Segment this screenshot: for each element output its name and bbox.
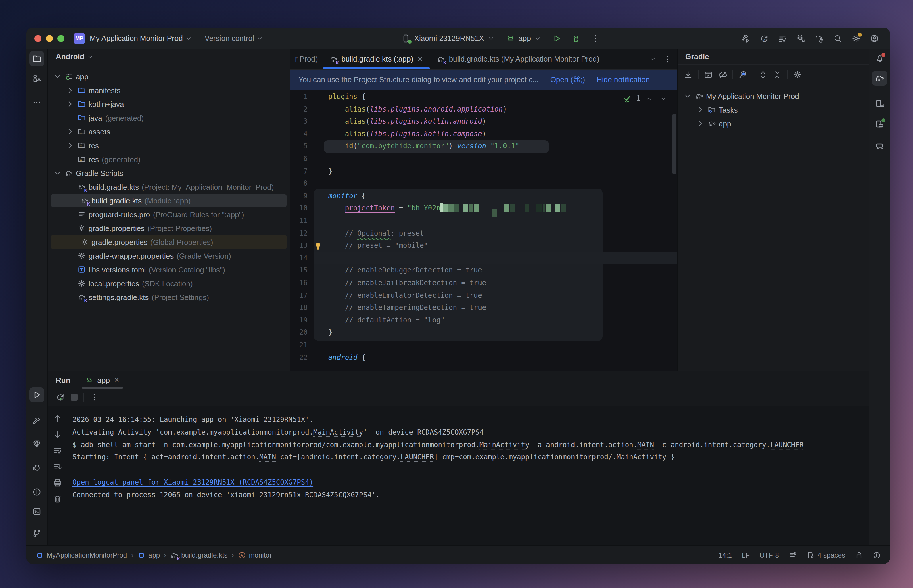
chevron-right-icon[interactable] (66, 127, 75, 136)
prev-problem-icon[interactable] (645, 95, 652, 102)
chevron-right-icon[interactable] (696, 105, 705, 115)
build-run-button[interactable] (738, 31, 753, 46)
vcs-widget[interactable]: Version control (205, 34, 263, 42)
attach-debugger-button[interactable] (793, 31, 808, 46)
run-tab-app[interactable]: app ✕ (83, 371, 122, 389)
notifications-tool-button[interactable] (872, 51, 887, 66)
tree-item-manifests[interactable]: manifests (48, 83, 290, 97)
terminal-tool-button[interactable] (29, 504, 44, 519)
event-log-widget[interactable] (873, 551, 881, 559)
version-control-tool-button[interactable] (29, 526, 44, 541)
search-everywhere-button[interactable] (830, 31, 845, 46)
project-view-selector[interactable]: Android (56, 52, 84, 61)
more-tool-windows-button[interactable] (29, 95, 44, 110)
chevron-right-icon[interactable] (696, 119, 705, 128)
encoding-widget[interactable]: UTF-8 (759, 551, 779, 559)
open-logcat-link[interactable]: Open logcat panel for Xiaomi 23129RN51X … (73, 478, 313, 486)
tree-item-local-properties[interactable]: local.properties(SDK Location) (48, 276, 290, 290)
tree-item-gradle-wrapper-properties[interactable]: gradle-wrapper.properties(Gradle Version… (48, 249, 290, 263)
tree-item-res[interactable]: res (48, 139, 290, 152)
tree-item-proguard-rules-pro[interactable]: proguard-rules.pro(ProGuard Rules for ":… (48, 207, 290, 221)
gemini-tool-button[interactable] (872, 139, 887, 153)
minimize-window-button[interactable] (46, 35, 53, 42)
tree-item-kotlin-java[interactable]: kotlin+java (48, 97, 290, 111)
kebab-menu-icon[interactable] (90, 393, 99, 402)
clear-console-icon[interactable] (53, 494, 62, 504)
tree-item-my-application-monitor-prod[interactable]: My Application Monitor Prod (678, 89, 869, 103)
soft-wrap-icon[interactable] (53, 446, 62, 455)
chevron-right-icon[interactable] (66, 86, 75, 95)
notification-open-link[interactable]: Open (⌘;) (550, 75, 585, 84)
run-configuration-selector[interactable]: app (503, 32, 545, 45)
tab-clipped[interactable]: r Prod) (290, 49, 322, 69)
breadcrumb-monitor[interactable]: monitor (238, 551, 272, 559)
next-problem-icon[interactable] (660, 95, 667, 102)
notification-hide-link[interactable]: Hide notification (596, 75, 650, 84)
run-tool-button[interactable] (29, 388, 44, 402)
tree-item-settings-gradle-kts[interactable]: settings.gradle.kts(Project Settings) (48, 290, 290, 304)
tree-item-gradle-properties[interactable]: gradle.properties(Project Properties) (48, 221, 290, 235)
indent-widget[interactable]: 4 spaces (806, 551, 845, 559)
gradle-settings-icon[interactable] (793, 70, 802, 79)
chevron-right-icon[interactable] (66, 99, 75, 109)
debug-button[interactable] (569, 31, 584, 46)
tree-item-res[interactable]: res(generated) (48, 152, 290, 166)
settings-button[interactable] (848, 31, 864, 46)
tree-item-app[interactable]: app (48, 69, 290, 83)
gradle-tool-button[interactable] (872, 71, 887, 86)
run-task-icon[interactable] (704, 70, 713, 79)
build-tool-button[interactable] (29, 414, 44, 429)
close-run-tab-icon[interactable]: ✕ (114, 376, 120, 384)
close-window-button[interactable] (34, 35, 41, 42)
gradle-sync-download-icon[interactable] (684, 70, 693, 79)
collapse-all-icon[interactable] (773, 70, 782, 79)
breadcrumb-app[interactable]: app (137, 551, 160, 559)
stop-icon[interactable] (71, 394, 78, 401)
close-tab-icon[interactable]: ✕ (417, 55, 423, 63)
more-run-actions-button[interactable] (588, 31, 603, 46)
tab-build-gradle-app[interactable]: build.gradle.kts (:app) ✕ (322, 49, 430, 69)
highlighting-level-widget[interactable] (789, 551, 797, 559)
caret-position-widget[interactable]: 14:1 (718, 551, 732, 559)
tree-item-gradle-properties[interactable]: gradle.properties(Global Properties) (50, 235, 287, 249)
editor-options-button[interactable] (660, 52, 675, 66)
logcat-tool-button[interactable] (29, 461, 44, 476)
running-devices-tool-button[interactable] (872, 117, 887, 132)
tree-item-libs-versions-toml[interactable]: libs.versions.toml(Version Catalog "libs… (48, 263, 290, 276)
editor-scrollbar[interactable] (672, 114, 676, 174)
chevron-down-icon[interactable] (53, 168, 62, 178)
tab-list-dropdown-button[interactable] (645, 52, 660, 66)
device-selector[interactable]: Xiaomi 23129RN51X (398, 32, 498, 45)
problems-tool-button[interactable] (29, 485, 44, 499)
scroll-to-end-icon[interactable] (53, 462, 62, 471)
gradle-sync-button[interactable] (812, 31, 827, 46)
account-button[interactable] (867, 31, 882, 46)
run-button[interactable] (549, 31, 564, 46)
profiler-button[interactable] (775, 31, 790, 46)
breadcrumb-myapplicationmonitorprod[interactable]: MyApplicationMonitorProd (36, 551, 127, 559)
gradle-search-icon[interactable] (738, 70, 747, 79)
offline-mode-icon[interactable] (718, 70, 727, 79)
intention-bulb-icon[interactable] (313, 241, 323, 250)
rerun-icon[interactable] (56, 393, 65, 402)
chevron-down-icon[interactable] (53, 72, 62, 81)
expand-all-icon[interactable] (758, 70, 768, 79)
project-tool-button[interactable] (29, 51, 44, 66)
print-icon[interactable] (53, 478, 62, 488)
app-quality-tool-button[interactable] (29, 436, 44, 451)
run-console[interactable]: 2026-03-24 16:14:55: Launching app on 'X… (67, 406, 869, 547)
tree-item-app[interactable]: app (678, 117, 869, 131)
project-selector[interactable]: My Application Monitor Prod (90, 34, 192, 42)
tab-build-gradle-project[interactable]: build.gradle.kts (My Application Monitor… (430, 49, 606, 69)
tree-item-build-gradle-kts[interactable]: build.gradle.kts(Project: My_Application… (48, 180, 290, 194)
tree-item-tasks[interactable]: Tasks (678, 103, 869, 117)
tree-item-java[interactable]: java(generated) (48, 111, 290, 125)
inspections-widget[interactable]: 1 (623, 92, 667, 105)
chevron-right-icon[interactable] (66, 141, 75, 150)
tree-item-build-gradle-kts[interactable]: build.gradle.kts(Module :app) (50, 194, 287, 207)
scroll-down-icon[interactable] (53, 430, 62, 439)
code-editor[interactable]: 1 1plugins {2 alias(libs.plugins.android… (290, 90, 677, 371)
breadcrumb-build-gradle-kts[interactable]: build.gradle.kts (170, 551, 227, 559)
resource-manager-tool-button[interactable] (29, 71, 44, 86)
apply-changes-button[interactable]: A (756, 31, 772, 46)
